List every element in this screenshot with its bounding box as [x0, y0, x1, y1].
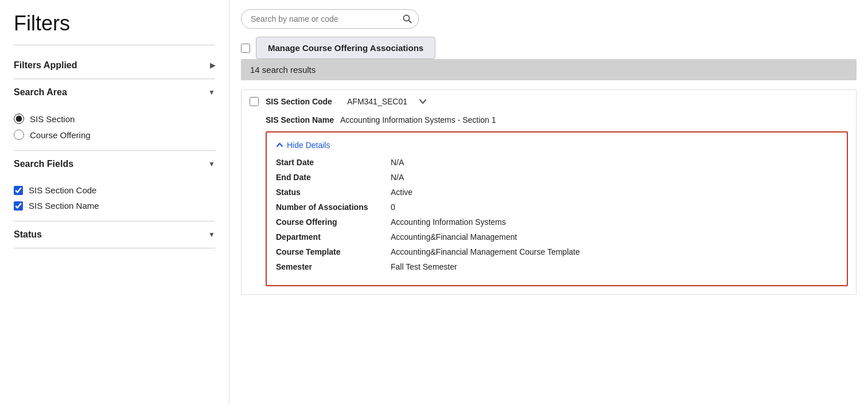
details-box: Hide Details Start Date N/A End Date N/A… [266, 131, 848, 286]
result-item: SIS Section Code AFM341_SEC01 SIS Sectio… [241, 89, 857, 295]
course-template-value: Accounting&Financial Management Course T… [391, 247, 580, 256]
search-area-chevron: ▼ [208, 88, 215, 96]
checkbox-sis-section-code-label: SIS Section Code [29, 185, 96, 195]
search-fields-label: Search Fields [14, 159, 73, 169]
search-button[interactable] [403, 14, 412, 24]
course-template-label: Course Template [276, 247, 391, 256]
sis-section-code-label: SIS Section Code [266, 97, 340, 106]
start-date-label: Start Date [276, 158, 391, 167]
detail-row-num-associations: Number of Associations 0 [276, 202, 838, 212]
search-area-header[interactable]: Search Area ▼ [14, 79, 215, 106]
department-value: Accounting&Financial Management [391, 232, 517, 242]
search-input-wrapper [241, 9, 419, 29]
checkbox-sis-section-name[interactable]: SIS Section Name [14, 201, 215, 211]
department-label: Department [276, 232, 391, 242]
sis-section-name-label: SIS Section Name [266, 115, 340, 124]
hide-details-icon [276, 142, 283, 149]
manage-course-offering-button[interactable]: Manage Course Offering Associations [256, 37, 435, 59]
main-content: Manage Course Offering Associations 14 s… [229, 0, 868, 405]
detail-row-department: Department Accounting&Financial Manageme… [276, 232, 838, 242]
result-name-row: SIS Section Name Accounting Information … [242, 113, 856, 131]
manage-btn-row: Manage Course Offering Associations [241, 37, 857, 59]
semester-value: Fall Test Semester [391, 262, 457, 271]
expand-result-button[interactable] [419, 98, 427, 106]
sis-section-code-value: AFM341_SEC01 [347, 97, 407, 106]
end-date-value: N/A [391, 173, 404, 182]
divider-5 [14, 248, 215, 248]
sis-section-name-value: Accounting Information Systems - Section… [340, 115, 496, 124]
radio-course-offering[interactable]: Course Offering [14, 130, 215, 140]
results-bar: 14 search results [241, 59, 857, 80]
status-section: Status ▼ [14, 221, 215, 248]
checkbox-sis-section-code[interactable]: SIS Section Code [14, 185, 215, 195]
filters-applied-chevron: ▶ [210, 61, 215, 69]
filters-applied-section: Filters Applied ▶ [14, 52, 215, 79]
checkbox-sis-section-name-input[interactable] [14, 201, 23, 211]
checkbox-sis-section-code-input[interactable] [14, 186, 23, 195]
course-offering-detail-label: Course Offering [276, 217, 391, 227]
detail-row-semester: Semester Fall Test Semester [276, 262, 838, 271]
status-header[interactable]: Status ▼ [14, 221, 215, 248]
semester-label: Semester [276, 262, 391, 271]
divider-1 [14, 45, 215, 45]
status-detail-label: Status [276, 188, 391, 197]
sidebar: Filters Filters Applied ▶ Search Area ▼ … [0, 0, 229, 405]
radio-sis-section[interactable]: SIS Section [14, 114, 215, 124]
result-header-row: SIS Section Code AFM341_SEC01 [242, 90, 856, 113]
filters-applied-header[interactable]: Filters Applied ▶ [14, 52, 215, 79]
search-icon [403, 14, 412, 24]
filters-applied-label: Filters Applied [14, 60, 77, 71]
search-fields-content: SIS Section Code SIS Section Name [14, 177, 215, 221]
search-area-section: Search Area ▼ SIS Section Course Offerin… [14, 79, 215, 150]
search-fields-section: Search Fields ▼ SIS Section Code SIS Sec… [14, 151, 215, 221]
num-associations-label: Number of Associations [276, 202, 391, 212]
svg-line-1 [409, 21, 411, 23]
results-count-text: 14 search results [250, 65, 316, 75]
end-date-label: End Date [276, 173, 391, 182]
radio-sis-section-input[interactable] [14, 114, 24, 124]
course-offering-detail-value: Accounting Information Systems [391, 217, 506, 227]
manage-checkbox[interactable] [241, 44, 250, 53]
sidebar-title: Filters [14, 11, 215, 36]
num-associations-value: 0 [391, 202, 395, 212]
hide-details-link[interactable]: Hide Details [287, 141, 330, 150]
radio-course-offering-label: Course Offering [30, 130, 91, 140]
radio-course-offering-input[interactable] [14, 130, 24, 140]
detail-row-start-date: Start Date N/A [276, 158, 838, 167]
search-input[interactable] [241, 9, 419, 29]
status-chevron: ▼ [208, 231, 215, 239]
detail-row-course-offering: Course Offering Accounting Information S… [276, 217, 838, 227]
result-checkbox[interactable] [250, 97, 259, 106]
detail-row-course-template: Course Template Accounting&Financial Man… [276, 247, 838, 256]
start-date-value: N/A [391, 158, 404, 167]
checkbox-sis-section-name-label: SIS Section Name [29, 201, 99, 211]
status-detail-value: Active [391, 188, 412, 197]
detail-row-end-date: End Date N/A [276, 173, 838, 182]
detail-row-status: Status Active [276, 188, 838, 197]
status-label: Status [14, 229, 42, 240]
search-area-content: SIS Section Course Offering [14, 106, 215, 150]
hide-details-row[interactable]: Hide Details [276, 141, 838, 150]
search-fields-chevron: ▼ [208, 160, 215, 168]
search-area-label: Search Area [14, 87, 67, 98]
chevron-down-icon [419, 98, 427, 106]
search-fields-header[interactable]: Search Fields ▼ [14, 151, 215, 177]
search-bar-row [241, 9, 857, 29]
radio-sis-section-label: SIS Section [30, 114, 75, 124]
